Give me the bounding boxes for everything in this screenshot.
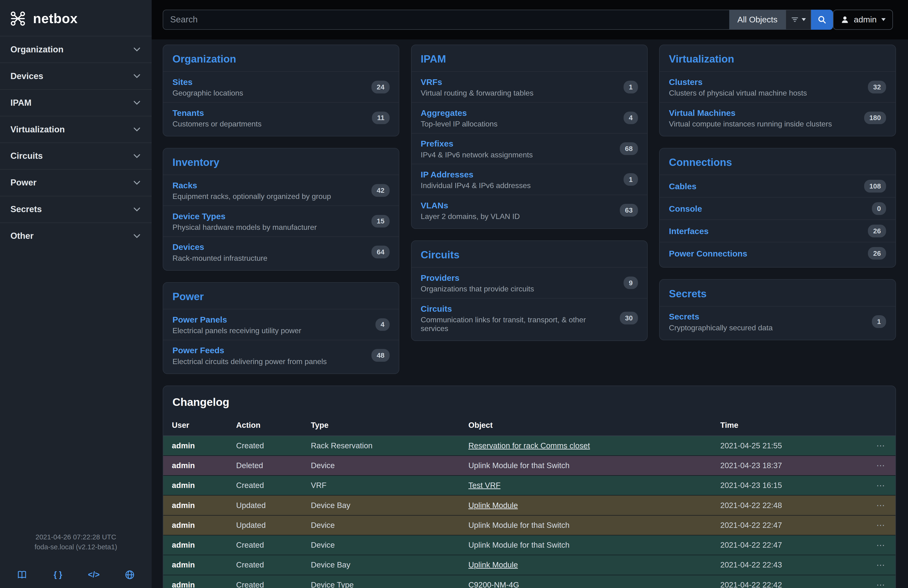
cell-type: Device Bay — [302, 495, 460, 515]
changelog-row: adminCreatedVRFTest VRF2021-04-23 16:15⋯ — [163, 475, 895, 495]
chevron-down-icon — [132, 178, 141, 187]
item-description: Electrical circuits delivering power fro… — [172, 357, 327, 366]
dashboard-column: VirtualizationClustersClusters of physic… — [659, 45, 896, 374]
item-link[interactable]: Aggregates — [421, 108, 467, 118]
item-link[interactable]: Virtual Machines — [669, 108, 735, 118]
card-virtualization: VirtualizationClustersClusters of physic… — [659, 45, 896, 136]
item-link[interactable]: Power Feeds — [172, 346, 224, 355]
dashboard-link-console[interactable]: Console0 — [660, 197, 895, 219]
row-menu-button[interactable]: ⋯ — [863, 535, 895, 555]
chevron-down-icon — [132, 152, 141, 160]
search-icon — [818, 15, 826, 24]
item-text: PrefixesIPv4 & IPv6 network assignments — [421, 138, 533, 159]
count-badge: 26 — [868, 247, 886, 260]
sidebar-item-secrets[interactable]: Secrets — [0, 196, 151, 222]
count-badge: 42 — [372, 184, 390, 197]
dashboard-link-cables[interactable]: Cables108 — [660, 175, 895, 197]
item-link[interactable]: Circuits — [421, 304, 452, 314]
item-link[interactable]: Interfaces — [669, 227, 708, 236]
object-link[interactable]: Reservation for rack Comms closet — [468, 441, 590, 450]
cell-object: Uplink Module for that Switch — [460, 516, 712, 535]
count-badge: 108 — [864, 180, 886, 193]
item-link[interactable]: Device Types — [172, 212, 225, 221]
item-link[interactable]: Sites — [172, 77, 192, 87]
item-link[interactable]: Power Connections — [669, 249, 747, 258]
dashboard-link-clusters[interactable]: ClustersClusters of physical virtual mac… — [660, 71, 895, 102]
dashboard-column: IPAMVRFsVirtual routing & forwarding tab… — [411, 45, 648, 374]
item-link[interactable]: Secrets — [669, 312, 699, 321]
item-link[interactable]: Console — [669, 204, 702, 214]
item-link[interactable]: VRFs — [421, 77, 442, 87]
item-link[interactable]: IP Addresses — [421, 170, 473, 179]
user-menu-button[interactable]: admin — [833, 10, 893, 30]
dashboard-link-sites[interactable]: SitesGeographic locations24 — [163, 71, 399, 102]
search-scope-button[interactable]: All Objects — [729, 10, 786, 30]
docs-book-icon[interactable] — [9, 570, 35, 580]
code-icon[interactable]: </> — [81, 570, 106, 579]
dashboard-link-vrfs[interactable]: VRFsVirtual routing & forwarding tables1 — [412, 71, 647, 102]
item-text: AggregatesTop-level IP allocations — [421, 107, 497, 128]
item-link[interactable]: Cables — [669, 182, 696, 191]
row-menu-button[interactable]: ⋯ — [863, 495, 895, 515]
count-badge: 1 — [872, 315, 886, 328]
dashboard-link-secrets[interactable]: SecretsCryptographically secured data1 — [660, 306, 895, 337]
dashboard-link-power-feeds[interactable]: Power FeedsElectrical circuits deliverin… — [163, 340, 399, 371]
dashboard-link-circuits[interactable]: CircuitsCommunication links for transit,… — [412, 298, 647, 338]
dashboard-link-aggregates[interactable]: AggregatesTop-level IP allocations4 — [412, 102, 647, 133]
dashboard-link-virtual-machines[interactable]: Virtual MachinesVirtual compute instance… — [660, 102, 895, 133]
item-link[interactable]: Power Panels — [172, 315, 227, 324]
row-menu-button[interactable]: ⋯ — [863, 516, 895, 535]
row-menu-button[interactable]: ⋯ — [863, 456, 895, 475]
row-menu-button[interactable]: ⋯ — [863, 475, 895, 495]
dashboard-link-devices[interactable]: DevicesRack-mounted infrastructure64 — [163, 237, 399, 267]
row-menu-button[interactable]: ⋯ — [863, 575, 895, 588]
sidebar-item-virtualization[interactable]: Virtualization — [0, 116, 151, 143]
braces-icon[interactable]: { } — [45, 570, 71, 579]
cell-action: Created — [228, 475, 303, 495]
dashboard-link-tenants[interactable]: TenantsCustomers or departments11 — [163, 102, 399, 133]
dashboard-link-racks[interactable]: RacksEquipment racks, optionally organiz… — [163, 175, 399, 206]
netbox-logo[interactable]: netbox — [0, 0, 151, 36]
dashboard-column: OrganizationSitesGeographic locations24T… — [163, 45, 399, 374]
sidebar-item-organization[interactable]: Organization — [0, 36, 151, 63]
sidebar-item-other[interactable]: Other — [0, 222, 151, 249]
globe-icon[interactable] — [117, 570, 142, 580]
card-item-list: Power PanelsElectrical panels receiving … — [163, 309, 399, 374]
item-link[interactable]: Clusters — [669, 77, 702, 87]
object-link[interactable]: C9200-NM-4G — [468, 580, 519, 588]
count-badge: 1 — [623, 81, 638, 93]
card-secrets: SecretsSecretsCryptographically secured … — [659, 279, 896, 340]
dashboard-link-interfaces[interactable]: Interfaces26 — [660, 219, 895, 242]
search-filter-dropdown[interactable] — [786, 10, 811, 30]
column-header-actions — [863, 415, 895, 436]
card-title: Organization — [163, 45, 399, 71]
item-link[interactable]: Racks — [172, 181, 197, 190]
dashboard-link-ip-addresses[interactable]: IP AddressesIndividual IPv4 & IPv6 addre… — [412, 164, 647, 195]
dashboard-link-vlans[interactable]: VLANsLayer 2 domains, by VLAN ID63 — [412, 195, 647, 226]
sidebar-item-power[interactable]: Power — [0, 169, 151, 196]
dashboard-link-device-types[interactable]: Device TypesPhysical hardware models by … — [163, 206, 399, 237]
search-submit-button[interactable] — [811, 10, 833, 30]
item-link[interactable]: VLANs — [421, 201, 448, 210]
object-link[interactable]: Uplink Module — [468, 501, 518, 510]
row-menu-button[interactable]: ⋯ — [863, 436, 895, 456]
dashboard-link-providers[interactable]: ProvidersOrganizations that provide circ… — [412, 267, 647, 298]
dashboard-link-power-connections[interactable]: Power Connections26 — [660, 242, 895, 264]
dashboard-link-power-panels[interactable]: Power PanelsElectrical panels receiving … — [163, 309, 399, 340]
item-link[interactable]: Devices — [172, 242, 204, 252]
object-link[interactable]: Uplink Module — [468, 561, 518, 569]
dashboard-link-prefixes[interactable]: PrefixesIPv4 & IPv6 network assignments6… — [412, 133, 647, 164]
row-menu-button[interactable]: ⋯ — [863, 555, 895, 575]
item-text: DevicesRack-mounted infrastructure — [172, 242, 267, 263]
search-input[interactable] — [163, 10, 729, 30]
cell-user: admin — [163, 555, 228, 575]
item-link[interactable]: Providers — [421, 273, 459, 283]
item-link[interactable]: Prefixes — [421, 139, 454, 148]
changelog-table: UserActionTypeObjectTime adminCreatedRac… — [163, 415, 895, 588]
sidebar-item-ipam[interactable]: IPAM — [0, 89, 151, 116]
sidebar-item-circuits[interactable]: Circuits — [0, 143, 151, 169]
object-link[interactable]: Test VRF — [468, 481, 501, 490]
card-title: Circuits — [412, 241, 647, 267]
item-link[interactable]: Tenants — [172, 108, 204, 118]
sidebar-item-devices[interactable]: Devices — [0, 63, 151, 89]
